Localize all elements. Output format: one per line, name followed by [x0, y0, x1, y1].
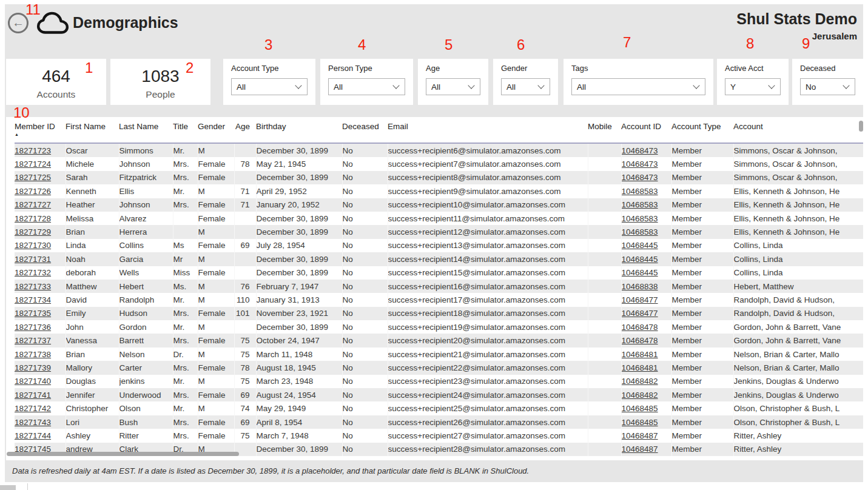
- member-id-link[interactable]: 18271726: [15, 187, 51, 196]
- cell-deceased: No: [342, 429, 388, 442]
- account-id-link[interactable]: 10468473: [622, 159, 658, 169]
- column-header-title[interactable]: Title: [173, 117, 198, 143]
- cell-title: Mr.: [173, 375, 198, 388]
- cell-title: Mr: [173, 252, 198, 266]
- column-header-gender[interactable]: Gender: [198, 117, 234, 143]
- column-header-account-id[interactable]: Account ID: [621, 117, 671, 143]
- account-id-link[interactable]: 10468482: [622, 391, 658, 400]
- account-id-link[interactable]: 10468445: [622, 268, 658, 277]
- member-id-link[interactable]: 18271729: [15, 227, 51, 237]
- member-id-link[interactable]: 18271739: [15, 363, 51, 372]
- member-id-link[interactable]: 18271728: [15, 214, 51, 223]
- horizontal-scrollbar-thumb[interactable]: [7, 452, 239, 456]
- cell-last-name: Herrera: [119, 225, 173, 238]
- member-id-link[interactable]: 18271725: [15, 173, 51, 182]
- account-id-link[interactable]: 10468478: [622, 336, 658, 345]
- member-id-link[interactable]: 18271730: [15, 241, 51, 250]
- member-id-link[interactable]: 18271724: [15, 159, 51, 169]
- account-id-link[interactable]: 10468487: [622, 431, 658, 440]
- member-id-link[interactable]: 18271731: [15, 255, 51, 264]
- column-header-last-name[interactable]: Last Name: [119, 117, 173, 143]
- member-id-link[interactable]: 18271733: [15, 282, 51, 291]
- cell-age: 71: [234, 198, 256, 212]
- slicer-dropdown-tags[interactable]: All: [571, 78, 705, 95]
- column-header-member-id[interactable]: Member ID▲: [15, 117, 66, 143]
- member-id-link[interactable]: 18271740: [15, 377, 51, 386]
- account-id-link[interactable]: 10468482: [622, 377, 658, 386]
- account-id-link[interactable]: 10468478: [622, 323, 658, 332]
- cell-account-type: Member: [671, 225, 733, 238]
- member-id-link[interactable]: 18271738: [15, 350, 51, 359]
- cell-first-name: Kenneth: [66, 184, 119, 198]
- cell-email: success+recipient27@simulator.amazonses.…: [388, 429, 588, 442]
- account-id-link[interactable]: 10468583: [622, 214, 658, 223]
- slicer-dropdown-gender[interactable]: All: [501, 78, 550, 95]
- column-header-account-type[interactable]: Account Type: [671, 117, 733, 143]
- cell-age: 75: [234, 429, 256, 442]
- member-id-link[interactable]: 18271741: [15, 391, 51, 400]
- account-id-link[interactable]: 10468477: [622, 309, 658, 318]
- member-id-link[interactable]: 18271742: [15, 404, 51, 413]
- member-id-link[interactable]: 18271737: [15, 336, 51, 345]
- slicer-dropdown-deceased[interactable]: No: [800, 78, 855, 95]
- column-header-mobile[interactable]: Mobile: [588, 117, 621, 143]
- account-id-link[interactable]: 10468485: [622, 404, 658, 413]
- account-id-link[interactable]: 10468583: [622, 227, 658, 237]
- member-id-link[interactable]: 18271732: [15, 268, 51, 277]
- slicer-selected-value: All: [577, 82, 586, 92]
- member-id-link[interactable]: 18271727: [15, 200, 51, 209]
- cell-birthday: December 30, 1899: [256, 212, 342, 225]
- account-id-link[interactable]: 10468445: [622, 255, 658, 264]
- cell-account-id: 10468478: [621, 334, 671, 347]
- cell-last-name: Garcia: [119, 252, 173, 266]
- column-header-email[interactable]: Email: [388, 117, 588, 143]
- member-id-link[interactable]: 18271743: [15, 418, 51, 427]
- account-id-link[interactable]: 10468583: [622, 200, 658, 209]
- cell-age: 69: [234, 415, 256, 429]
- cell-account-id: 10468583: [621, 225, 671, 238]
- account-id-link[interactable]: 10468473: [622, 173, 658, 182]
- cell-birthday: December 30, 1899: [256, 320, 342, 334]
- table-row: 18271723OscarSimmonsMr.MDecember 30, 189…: [15, 143, 863, 157]
- cell-title: Miss: [173, 266, 198, 280]
- cell-last-name: Randolph: [119, 293, 173, 306]
- slicer-selected-value: Y: [730, 82, 736, 92]
- member-id-link[interactable]: 18271734: [15, 295, 51, 304]
- account-id-link[interactable]: 10468481: [622, 363, 658, 372]
- member-id-link[interactable]: 18271723: [15, 146, 51, 155]
- account-id-link[interactable]: 10468838: [622, 282, 658, 291]
- cell-member-id: 18271740: [15, 375, 66, 388]
- column-header-first-name[interactable]: First Name: [66, 117, 119, 143]
- column-header-account[interactable]: Account: [733, 117, 863, 143]
- cell-title: Mrs.: [173, 415, 198, 429]
- member-id-link[interactable]: 18271735: [15, 309, 51, 318]
- cell-account: Simmons, Oscar & Johnson,: [733, 143, 863, 157]
- cell-last-name: Alvarez: [119, 212, 173, 225]
- slicer-dropdown-account-type[interactable]: All: [231, 78, 308, 95]
- account-id-link[interactable]: 10468445: [622, 241, 658, 250]
- account-id-link[interactable]: 10468583: [622, 187, 658, 196]
- slicer-selected-value: All: [237, 82, 246, 92]
- slicer-dropdown-age[interactable]: All: [426, 78, 480, 95]
- account-id-link[interactable]: 10468485: [622, 418, 658, 427]
- member-id-link[interactable]: 18271736: [15, 323, 51, 332]
- slicer-dropdown-person-type[interactable]: All: [328, 78, 405, 95]
- vertical-scrollbar-thumb[interactable]: [859, 121, 863, 132]
- slicer-dropdown-active-acct[interactable]: Y: [725, 78, 781, 95]
- account-id-link[interactable]: 10468477: [622, 295, 658, 304]
- account-id-link[interactable]: 10468481: [622, 350, 658, 359]
- column-header-age[interactable]: Age: [234, 117, 256, 143]
- cell-deceased: No: [342, 171, 388, 184]
- column-header-deceased[interactable]: Deceased: [342, 117, 388, 143]
- column-header-birthday[interactable]: Birthday: [256, 117, 342, 143]
- cell-mobile: [588, 429, 621, 442]
- annotation-mark-1: 1: [85, 61, 93, 75]
- cell-deceased: No: [342, 443, 388, 456]
- cell-email: success+recipient14@simulator.amazonses.…: [388, 252, 588, 266]
- cell-member-id: 18271724: [15, 157, 66, 170]
- annotation-mark-7: 7: [623, 35, 631, 50]
- account-id-link[interactable]: 10468487: [622, 445, 658, 454]
- member-id-link[interactable]: 18271744: [15, 431, 51, 440]
- cell-last-name: Ritter: [119, 429, 173, 442]
- account-id-link[interactable]: 10468473: [622, 146, 658, 155]
